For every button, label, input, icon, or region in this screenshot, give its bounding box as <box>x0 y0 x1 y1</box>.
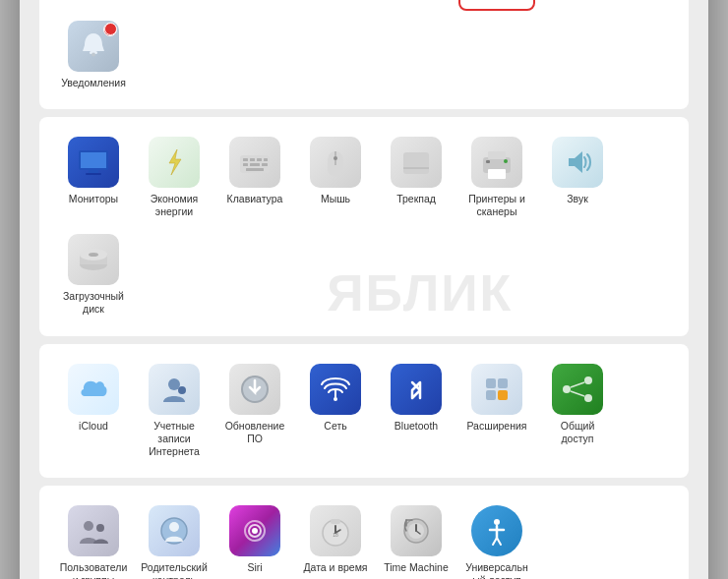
label-users: Пользователи и группы <box>59 561 128 579</box>
svg-rect-61 <box>498 378 508 388</box>
icon-sharing <box>552 364 603 415</box>
icon-timemachine <box>391 505 442 556</box>
item-energy[interactable]: Экономия энергии <box>136 131 212 224</box>
svg-point-64 <box>563 385 571 393</box>
label-extensions: Расширения <box>466 420 526 433</box>
icon-updates <box>229 364 280 415</box>
icon-extensions <box>471 364 522 415</box>
icon-monitors <box>68 137 119 188</box>
svg-point-44 <box>334 156 337 160</box>
item-keyboard[interactable]: Клавиатура <box>216 131 293 224</box>
svg-rect-41 <box>262 163 268 166</box>
svg-point-69 <box>84 521 93 531</box>
item-updates[interactable]: Обновление ПО <box>216 358 293 464</box>
label-bluetooth: Bluetooth <box>394 420 438 433</box>
svg-point-65 <box>584 376 592 384</box>
icon-network <box>310 364 361 415</box>
svg-point-85 <box>494 519 500 525</box>
icon-datetime: 18 <box>310 505 361 556</box>
item-users[interactable]: Пользователи и группы <box>55 499 132 579</box>
item-printers[interactable]: Принтеры и сканеры <box>458 131 535 224</box>
item-security[interactable]: ▼ Защита и безопасность <box>458 0 535 11</box>
section-hardware: Мониторы Экономия энергии Клавиатура <box>39 117 689 336</box>
label-accounts: Учетные записи Интернета <box>140 420 209 458</box>
item-osnovnye[interactable]: Основные <box>55 0 132 11</box>
icon-mouse <box>310 137 361 188</box>
icon-energy <box>149 137 200 188</box>
svg-rect-31 <box>81 152 106 168</box>
svg-point-66 <box>584 394 592 402</box>
item-accounts[interactable]: Учетные записи Интернета <box>136 358 212 464</box>
label-startup: Загрузочный диск <box>59 290 128 316</box>
item-spotlight[interactable]: Spotlight <box>539 0 616 11</box>
item-universal[interactable]: Универсальный доступ <box>458 499 535 579</box>
svg-point-56 <box>168 378 180 390</box>
label-keyboard: Клавиатура <box>227 193 283 205</box>
item-siri[interactable]: Siri <box>216 499 293 579</box>
label-network: Сеть <box>324 420 346 433</box>
item-bluetooth[interactable]: Bluetooth <box>378 358 455 464</box>
svg-rect-49 <box>488 169 506 179</box>
label-notifications: Уведомления <box>61 77 126 89</box>
svg-rect-48 <box>488 151 506 159</box>
section-general: Основные Рабочий стол и заставка Dock <box>39 0 689 109</box>
svg-rect-39 <box>243 163 248 166</box>
icon-accounts <box>149 364 200 415</box>
icon-startup <box>68 234 119 285</box>
svg-rect-40 <box>250 163 260 166</box>
label-printers: Принтеры и сканеры <box>462 193 531 218</box>
svg-rect-35 <box>243 158 248 161</box>
item-parental[interactable]: Родительский контроль <box>136 499 212 579</box>
label-mouse: Мышь <box>321 193 350 205</box>
notification-badge <box>104 23 117 35</box>
label-universal: Универсальный доступ <box>462 561 531 579</box>
item-notifications[interactable]: Уведомления <box>55 15 132 95</box>
label-parental: Родительский контроль <box>140 561 209 579</box>
item-dock[interactable]: Dock <box>216 0 293 11</box>
svg-rect-63 <box>498 390 508 400</box>
svg-text:18: 18 <box>333 532 338 538</box>
item-desktop[interactable]: Рабочий стол и заставка <box>136 0 212 11</box>
icon-keyboard <box>229 137 280 188</box>
svg-line-68 <box>571 391 584 396</box>
svg-point-29 <box>91 52 95 56</box>
item-lang[interactable]: Язык и регион <box>378 0 455 11</box>
icon-notifications <box>68 21 119 72</box>
item-mouse[interactable]: Мышь <box>297 131 374 224</box>
label-security: Защита и безопасность <box>464 0 529 3</box>
main-window: ‹ › ⊞ Системные настройки 🔍 Основные <box>20 0 708 579</box>
label-sharing: Общий доступ <box>543 420 612 445</box>
icon-trackpad <box>391 137 442 188</box>
item-trackpad[interactable]: Трекпад <box>378 131 455 224</box>
label-sound: Звук <box>567 193 588 205</box>
item-sound[interactable]: Звук <box>539 131 616 224</box>
icon-parental <box>149 505 200 556</box>
item-datetime[interactable]: 18 Дата и время <box>297 499 374 579</box>
item-icloud[interactable]: iCloud <box>55 358 132 464</box>
svg-rect-77 <box>331 519 340 524</box>
item-startup[interactable]: Загрузочный диск <box>55 228 132 321</box>
item-sharing[interactable]: Общий доступ <box>539 358 616 464</box>
svg-point-51 <box>504 159 508 163</box>
item-network[interactable]: Сеть <box>297 358 374 464</box>
item-monitors[interactable]: Мониторы <box>55 131 132 224</box>
svg-rect-38 <box>264 158 268 161</box>
svg-rect-50 <box>486 160 490 163</box>
label-icloud: iCloud <box>79 420 108 433</box>
icon-printers <box>471 137 522 188</box>
item-mission[interactable]: Mission Control <box>297 0 374 11</box>
label-mission: Mission Control <box>301 0 370 1</box>
svg-rect-60 <box>486 378 496 388</box>
label-datetime: Дата и время <box>303 561 367 574</box>
icon-universal <box>471 505 522 556</box>
item-timemachine[interactable]: Time Machine <box>378 499 455 579</box>
label-timemachine: Time Machine <box>384 561 449 574</box>
svg-rect-45 <box>403 152 429 174</box>
svg-rect-36 <box>250 158 255 161</box>
icon-icloud <box>68 364 119 415</box>
item-extensions[interactable]: Расширения <box>458 358 535 464</box>
label-trackpad: Трекпад <box>396 193 436 205</box>
svg-rect-33 <box>86 173 101 175</box>
section-system: Пользователи и группы Родительский контр… <box>39 486 689 579</box>
icon-siri <box>229 505 280 556</box>
